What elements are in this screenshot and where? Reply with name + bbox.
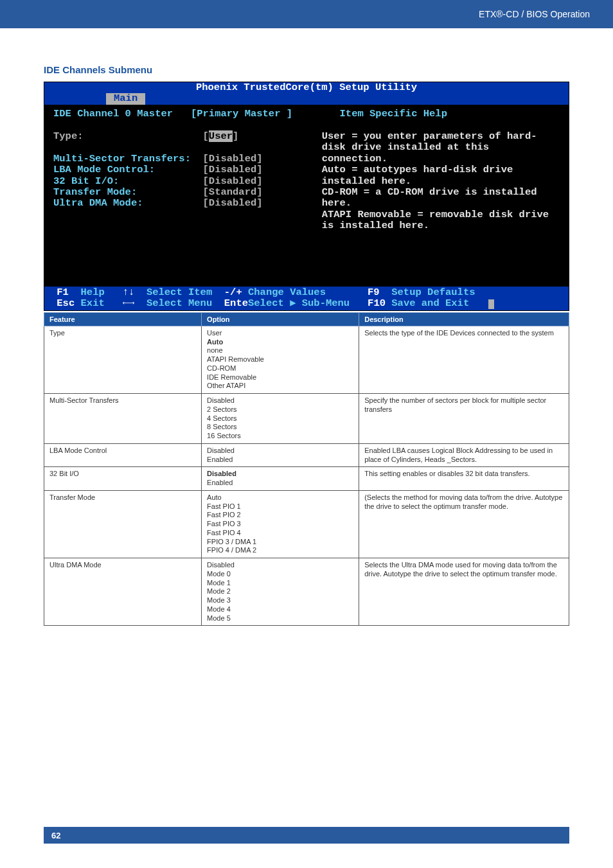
bios-help-text: User = you enter parameters of hard-disk…	[322, 131, 560, 275]
page-footer: 62	[44, 827, 569, 844]
col-description: Description	[359, 312, 569, 326]
cell-feature: 32 Bit I/O	[44, 467, 202, 491]
cell-option: DisabledEnabled	[202, 443, 359, 467]
cell-option: Disabled2 Sectors4 Sectors8 Sectors16 Se…	[202, 394, 359, 444]
col-feature: Feature	[44, 312, 202, 326]
bios-help-title: Item Specific Help	[340, 108, 447, 120]
feature-table: Feature Option Description TypeUserAuton…	[44, 312, 569, 626]
cell-option: DisabledMode 0Mode 1Mode 2Mode 3Mode 4Mo…	[202, 558, 359, 626]
cell-description: Selects the Ultra DMA mode used for movi…	[359, 558, 569, 626]
header-product: ETX®-CD / BIOS Operation	[479, 9, 590, 19]
cell-feature: Multi-Sector Transfers	[44, 394, 202, 444]
bios-key-legend: F1 Help ↑↓ Select Item -/+ Change Values…	[44, 287, 569, 310]
table-row: 32 Bit I/ODisabledEnabledThis setting en…	[44, 467, 569, 491]
bios-menu-bar: Main	[44, 93, 569, 104]
cell-option: AutoFast PIO 1Fast PIO 2Fast PIO 3Fast P…	[202, 490, 359, 558]
table-row: TypeUserAutononeATAPI RemovableCD-ROMIDE…	[44, 326, 569, 393]
table-row: LBA Mode ControlDisabledEnabledEnabled L…	[44, 443, 569, 467]
table-row: Transfer ModeAutoFast PIO 1Fast PIO 2Fas…	[44, 490, 569, 558]
bios-utility-title: Phoenix TrustedCore(tm) Setup Utility	[44, 82, 569, 93]
page-number: 62	[51, 831, 60, 840]
cell-option: UserAutononeATAPI RemovableCD-ROMIDE Rem…	[202, 326, 359, 393]
section-title: IDE Channels Submenu	[44, 64, 569, 75]
cell-feature: Transfer Mode	[44, 490, 202, 558]
table-row: Ultra DMA ModeDisabledMode 0Mode 1Mode 2…	[44, 558, 569, 626]
bios-fields: Type: [User]Multi-Sector Transfers: [Dis…	[53, 131, 322, 275]
cell-feature: Ultra DMA Mode	[44, 558, 202, 626]
cell-feature: LBA Mode Control	[44, 443, 202, 467]
bios-submenu-header: IDE Channel 0 Master [Primary Master ] I…	[44, 105, 569, 126]
table-row: Multi-Sector TransfersDisabled2 Sectors4…	[44, 394, 569, 444]
cell-description: Specify the number of sectors per block …	[359, 394, 569, 444]
bios-channel-label: IDE Channel 0 Master	[53, 108, 173, 120]
cell-feature: Type	[44, 326, 202, 393]
col-option: Option	[202, 312, 359, 326]
cell-description: This setting enables or disables 32 bit …	[359, 467, 569, 491]
bios-tab-main[interactable]: Main	[106, 93, 145, 104]
document-header: ETX®-CD / BIOS Operation	[0, 0, 613, 28]
cell-description: (Selects the method for moving data to/f…	[359, 490, 569, 558]
bios-channel-value: [Primary Master ]	[191, 108, 292, 120]
cell-description: Selects the type of the IDE Devices conn…	[359, 326, 569, 393]
bios-screenshot: Phoenix TrustedCore(tm) Setup Utility Ma…	[44, 82, 569, 311]
cell-option: DisabledEnabled	[202, 467, 359, 491]
cell-description: Enabled LBA causes Logical Block Address…	[359, 443, 569, 467]
